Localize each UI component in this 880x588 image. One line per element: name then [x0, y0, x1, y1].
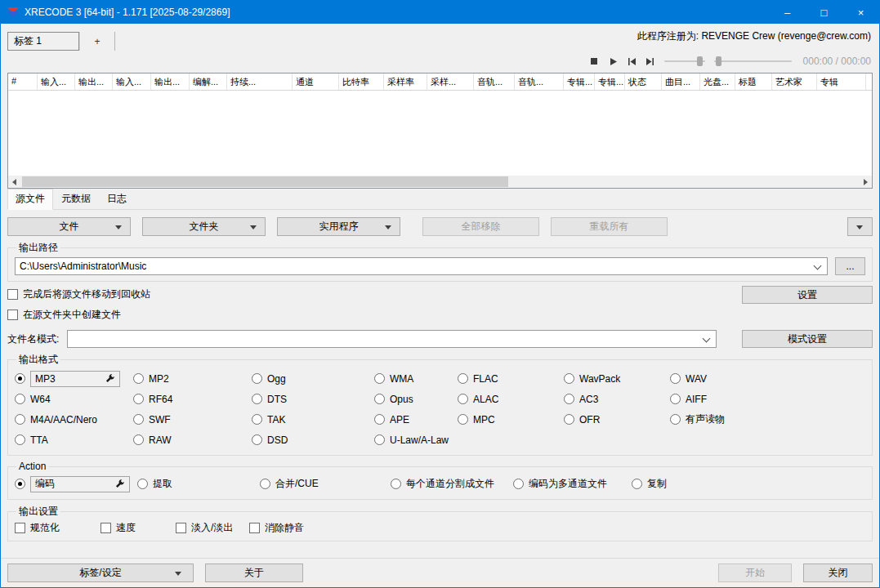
- column-header[interactable]: 输出...: [75, 74, 113, 90]
- format-label: AIFF: [686, 394, 707, 405]
- wrench-icon[interactable]: [114, 479, 125, 489]
- scroll-right-icon[interactable]: [860, 176, 872, 188]
- tab-source-files[interactable]: 源文件: [7, 189, 53, 210]
- format-option[interactable]: U-Law/A-Law: [374, 430, 458, 449]
- format-option[interactable]: DTS: [252, 390, 374, 408]
- format-option[interactable]: APE: [374, 410, 458, 429]
- add-tab-button[interactable]: +: [79, 32, 115, 51]
- play-icon[interactable]: [608, 56, 618, 66]
- format-option[interactable]: AIFF: [670, 390, 865, 408]
- format-label: U-Law/A-Law: [390, 434, 449, 446]
- column-header[interactable]: 音轨...: [474, 74, 515, 90]
- format-option[interactable]: RAW: [133, 430, 252, 449]
- column-header[interactable]: 采样率: [384, 74, 427, 90]
- action-option[interactable]: 复制: [632, 474, 667, 493]
- toolbar-more-button[interactable]: [847, 217, 873, 236]
- format-option[interactable]: MPC: [458, 410, 564, 429]
- column-header[interactable]: 专辑...: [595, 74, 625, 90]
- speed-checkbox[interactable]: 速度: [101, 521, 176, 535]
- column-header[interactable]: 编解...: [190, 74, 227, 90]
- browse-button[interactable]: ...: [835, 257, 865, 275]
- column-header[interactable]: 专辑: [817, 74, 866, 90]
- format-option[interactable]: M4A/AAC/Nero: [15, 410, 133, 429]
- close-button[interactable]: ×: [842, 1, 879, 24]
- previous-track-icon[interactable]: [627, 56, 637, 66]
- tab-label-1[interactable]: 标签 1: [7, 32, 79, 51]
- column-header[interactable]: 输入...: [113, 74, 151, 90]
- format-label: APE: [390, 414, 409, 425]
- volume-slider[interactable]: [714, 60, 792, 62]
- format-option[interactable]: SWF: [133, 410, 252, 429]
- fade-checkbox[interactable]: 淡入/淡出: [176, 521, 249, 535]
- format-label: FLAC: [473, 373, 498, 385]
- horizontal-scrollbar[interactable]: [8, 176, 872, 188]
- next-track-icon[interactable]: [645, 56, 655, 66]
- maximize-button[interactable]: □: [806, 1, 842, 24]
- output-path-combobox[interactable]: C:\Users\Administrator\Music: [15, 257, 828, 275]
- column-header[interactable]: 输入...: [38, 74, 75, 90]
- format-option[interactable]: W64: [15, 390, 133, 408]
- move-to-recycle-checkbox[interactable]: 完成后将源文件移动到回收站: [7, 287, 150, 301]
- close-app-button[interactable]: 关闭: [803, 564, 873, 582]
- minimize-button[interactable]: –: [769, 1, 806, 24]
- action-option[interactable]: 编码为多通道文件: [513, 474, 632, 493]
- format-option[interactable]: ALAC: [458, 390, 564, 408]
- scrollbar-thumb[interactable]: [22, 176, 508, 187]
- action-option-encode[interactable]: 编码: [15, 474, 137, 493]
- utilities-menu-label: 实用程序: [319, 220, 359, 234]
- pattern-settings-button[interactable]: 模式设置: [742, 330, 873, 348]
- format-option[interactable]: TTA: [15, 430, 133, 449]
- format-option-mp3[interactable]: MP3: [15, 369, 133, 388]
- file-menu-button[interactable]: 文件: [7, 217, 131, 236]
- utilities-menu-button[interactable]: 实用程序: [277, 217, 400, 236]
- filename-pattern-combobox[interactable]: [67, 330, 717, 348]
- format-option[interactable]: WavPack: [564, 369, 670, 388]
- column-header[interactable]: #: [8, 74, 38, 90]
- radio-icon: [374, 394, 385, 404]
- column-header[interactable]: 曲目...: [662, 74, 700, 90]
- format-option[interactable]: Ogg: [252, 369, 374, 388]
- format-option[interactable]: OFR: [564, 410, 670, 429]
- column-header[interactable]: 艺术家: [772, 74, 817, 90]
- create-in-source-checkbox[interactable]: 在源文件夹中创建文件: [7, 308, 150, 322]
- column-header[interactable]: 比特率: [339, 74, 384, 90]
- column-header[interactable]: 输出...: [151, 74, 190, 90]
- scroll-left-icon[interactable]: [8, 176, 20, 188]
- column-header[interactable]: 通道: [293, 74, 339, 90]
- settings-button[interactable]: 设置: [742, 286, 873, 304]
- format-option[interactable]: WAV: [670, 369, 865, 388]
- tab-log[interactable]: 日志: [99, 189, 135, 210]
- format-option[interactable]: FLAC: [458, 369, 564, 388]
- wrench-icon[interactable]: [105, 373, 115, 384]
- stop-icon[interactable]: [589, 56, 599, 66]
- table-body-empty[interactable]: [8, 91, 872, 176]
- output-settings-label: 输出设置: [16, 505, 60, 519]
- format-option[interactable]: AC3: [564, 390, 670, 408]
- column-header[interactable]: 音轨...: [515, 74, 564, 90]
- tab-metadata[interactable]: 元数据: [53, 189, 99, 210]
- format-option[interactable]: RF64: [133, 390, 252, 408]
- action-option[interactable]: 提取: [137, 474, 260, 493]
- format-option[interactable]: Opus: [374, 390, 458, 408]
- seek-slider[interactable]: [664, 60, 705, 62]
- format-option[interactable]: DSD: [252, 430, 374, 449]
- format-option[interactable]: 有声读物: [670, 410, 865, 429]
- column-header[interactable]: 光盘...: [700, 74, 735, 90]
- action-option[interactable]: 每个通道分割成文件: [391, 474, 513, 493]
- column-header[interactable]: 状态: [625, 74, 662, 90]
- tags-presets-button[interactable]: 标签/设定: [7, 564, 194, 582]
- action-option[interactable]: 合并/CUE: [260, 474, 391, 493]
- about-button[interactable]: 关于: [205, 564, 303, 582]
- column-header[interactable]: 采样...: [427, 74, 474, 90]
- column-header[interactable]: 专辑...: [564, 74, 595, 90]
- format-label: MP2: [149, 373, 169, 385]
- format-option[interactable]: MP2: [133, 369, 252, 388]
- remove-silence-checkbox[interactable]: 消除静音: [249, 521, 304, 535]
- column-header[interactable]: 标题: [735, 74, 772, 90]
- format-option[interactable]: TAK: [252, 410, 374, 429]
- normalize-checkbox[interactable]: 规范化: [15, 521, 101, 535]
- folder-menu-button[interactable]: 文件夹: [142, 217, 266, 236]
- format-option[interactable]: WMA: [374, 369, 458, 388]
- app-window: XRECODE 3 [64-bit] - 1.171 [2025-08-29/2…: [0, 0, 880, 588]
- column-header[interactable]: 持续...: [227, 74, 293, 90]
